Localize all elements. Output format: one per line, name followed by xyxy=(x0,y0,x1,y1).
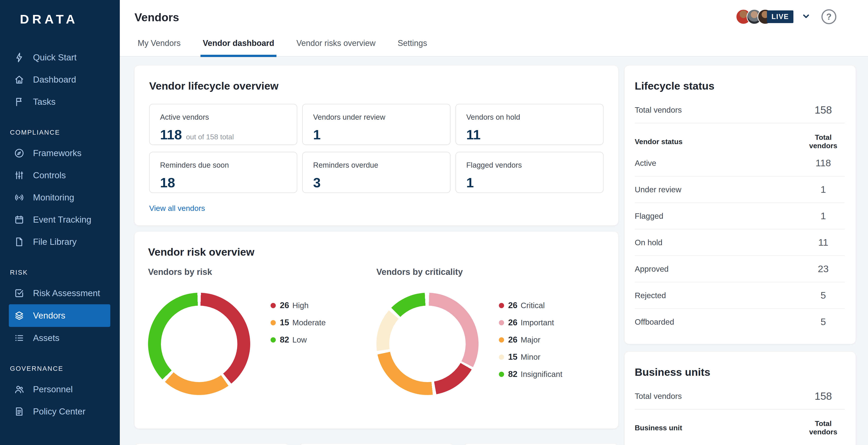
chevron-down-icon[interactable] xyxy=(802,12,811,22)
donut-chart xyxy=(148,293,250,395)
home-icon xyxy=(14,75,24,85)
stat-card-flagged-vendors: Flagged vendors1 xyxy=(456,152,603,193)
vendor-lifecycle-overview-card: Vendor lifecycle overview Active vendors… xyxy=(134,66,618,225)
row-value: 5 xyxy=(802,444,845,445)
sidebar-item-tasks[interactable]: Tasks xyxy=(0,91,120,113)
view-all-vendors-link[interactable]: View all vendors xyxy=(149,204,205,213)
chart-subtitle: Vendors by criticality xyxy=(376,267,604,277)
sidebar-item-vendors[interactable]: Vendors xyxy=(9,304,110,327)
legend-dot-icon xyxy=(499,303,504,308)
sidebar-item-risk-assessment[interactable]: Risk Assessment xyxy=(0,282,120,304)
sidebar-item-event-tracking[interactable]: Event Tracking xyxy=(0,209,120,231)
row-label: Rejected xyxy=(635,291,666,300)
row-value: 1 xyxy=(802,210,845,221)
row-value: 5 xyxy=(802,290,845,301)
table-row-active: Active118 xyxy=(635,150,845,176)
card-pii-storage: PII storage xyxy=(463,444,618,445)
sidebar-item-dashboard[interactable]: Dashboard xyxy=(0,68,120,91)
row-value: 5 xyxy=(802,316,845,327)
legend-item-moderate: 15Moderate xyxy=(271,314,326,331)
sidebar-item-file-library[interactable]: File Library xyxy=(0,231,120,253)
table-row-flagged: Flagged1 xyxy=(635,203,845,229)
legend-dot-icon xyxy=(271,320,276,325)
status-table-body: Active118Under review1Flagged1On hold11A… xyxy=(635,150,845,335)
sidebar-item-quick-start[interactable]: Quick Start xyxy=(0,47,120,68)
file-icon xyxy=(14,237,24,247)
sidebar-item-personnel[interactable]: Personnel xyxy=(0,378,120,400)
help-icon[interactable]: ? xyxy=(822,9,836,24)
legend-item-low: 82Low xyxy=(271,331,326,348)
row-label: Flagged xyxy=(635,211,663,220)
table-row-approved: Approved23 xyxy=(635,256,845,282)
sidebar-item-label: Tasks xyxy=(33,97,56,107)
legend-dot-icon xyxy=(499,320,504,325)
legend-label: Minor xyxy=(521,353,540,361)
checkbox-icon xyxy=(14,288,24,298)
drata-logo: DRATA xyxy=(0,12,120,27)
sidebar-item-policy-center[interactable]: Policy Center xyxy=(0,400,120,423)
row-label: Offboarded xyxy=(635,318,674,326)
sidebar-item-label: Risk Assessment xyxy=(33,288,100,298)
legend-item-critical: 26Critical xyxy=(499,297,562,314)
sidebar-item-monitoring[interactable]: Monitoring xyxy=(0,186,120,209)
sidebar-item-label: Frameworks xyxy=(33,148,82,158)
stat-card-active-vendors: Active vendors118out of 158 total xyxy=(149,104,297,145)
sidebar-item-label: Event Tracking xyxy=(33,215,91,225)
tab-settings[interactable]: Settings xyxy=(395,34,429,57)
section-title: Business units xyxy=(635,366,845,378)
chart-legend: 26High15Moderate82Low xyxy=(271,297,326,348)
app-root: DRATA Quick StartDashboardTasksCOMPLIANC… xyxy=(0,0,868,445)
row-label: On hold xyxy=(635,238,662,247)
legend-label: High xyxy=(292,301,309,310)
tab-vendor-dashboard[interactable]: Vendor dashboard xyxy=(200,34,276,57)
legend-value: 26 xyxy=(280,301,289,310)
row-label: Under review xyxy=(635,185,681,194)
sidebar-item-assets[interactable]: Assets xyxy=(0,327,120,349)
legend-value: 15 xyxy=(280,318,289,327)
row-value: 23 xyxy=(802,263,845,274)
tab-my-vendors[interactable]: My Vendors xyxy=(135,34,183,57)
tab-vendor-risks-overview[interactable]: Vendor risks overview xyxy=(294,34,378,57)
total-vendors-summary: Total vendors 158 xyxy=(635,104,845,123)
lifecycle-stats-grid: Active vendors118out of 158 totalVendors… xyxy=(149,104,603,193)
stat-value: 1 xyxy=(313,127,320,143)
sidebar-item-label: Vendors xyxy=(33,310,65,321)
stat-label: Active vendors xyxy=(160,113,286,121)
stat-card-vendors-on-hold: Vendors on hold11 xyxy=(456,104,603,145)
section-title: Lifecycle status xyxy=(635,80,845,92)
table-header: Business unit Total vendors xyxy=(635,419,845,436)
legend-dot-icon xyxy=(499,372,504,377)
column-header: Total vendors xyxy=(802,419,845,436)
sidebar-item-label: Policy Center xyxy=(33,407,86,416)
table-row-under-review: Under review1 xyxy=(635,176,845,203)
sidebar-item-label: Quick Start xyxy=(33,53,76,62)
total-vendors-summary: Total vendors 158 xyxy=(635,390,845,410)
user-avatars[interactable] xyxy=(736,9,768,24)
stat-card-reminders-due-soon: Reminders due soon18 xyxy=(149,152,297,193)
stat-label: Flagged vendors xyxy=(466,161,593,170)
summary-value: 158 xyxy=(802,104,845,116)
row-label: Active xyxy=(635,158,656,168)
row-value: 1 xyxy=(802,184,845,195)
stat-value: 118 xyxy=(160,127,182,143)
right-column: Lifecycle status Total vendors 158 Vendo… xyxy=(625,66,856,445)
summary-value: 158 xyxy=(802,390,845,402)
section-title: Vendor risk overview xyxy=(148,246,604,258)
card-3rd-party-type: 3rd party type xyxy=(134,444,289,445)
business-units-card: Business units Total vendors 158 Busines… xyxy=(625,352,856,445)
content: Vendor lifecycle overview Active vendors… xyxy=(120,57,868,445)
sidebar-item-frameworks[interactable]: Frameworks xyxy=(0,142,120,164)
stat-value: 11 xyxy=(466,127,480,143)
chart-vendors-by-risk: Vendors by risk26High15Moderate82Low xyxy=(148,267,376,395)
live-badge[interactable]: LIVE xyxy=(767,10,794,23)
legend-value: 15 xyxy=(508,352,518,362)
flag-icon xyxy=(14,97,24,107)
table-row-offboarded: Offboarded5 xyxy=(635,309,845,335)
column-header: Vendor status xyxy=(635,138,683,146)
policy-icon xyxy=(14,406,24,417)
sidebar-item-label: Monitoring xyxy=(33,192,74,203)
sliders-icon xyxy=(14,170,24,181)
donut-chart xyxy=(376,293,478,395)
sidebar-item-controls[interactable]: Controls xyxy=(0,164,120,186)
sidebar-item-label: Assets xyxy=(33,333,59,343)
